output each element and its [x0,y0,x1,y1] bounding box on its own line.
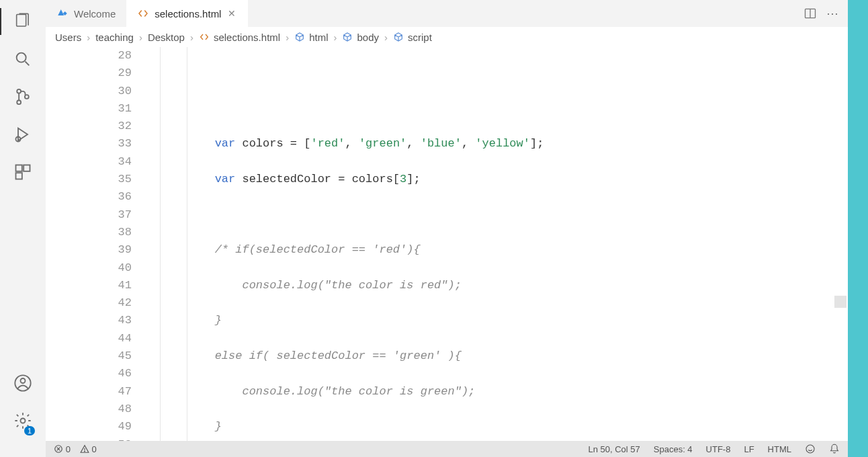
svg-point-21 [806,445,814,453]
status-language[interactable]: HTML [768,444,791,454]
settings-badge: 1 [24,426,35,435]
tab-label: Welcome [74,8,116,19]
close-icon[interactable]: ✕ [226,8,237,19]
status-encoding[interactable]: UTF-8 [706,444,731,454]
symbol-icon [342,32,353,42]
status-errors[interactable]: 0 [54,444,71,454]
html-file-icon [199,32,210,42]
line-number-gutter: 2829303132333435363738394041424344454647… [46,47,160,441]
svg-rect-0 [17,15,26,27]
split-editor-icon[interactable] [804,7,817,20]
activity-bar: 1 [0,0,46,457]
comment: /* if(selectedColor == 'red'){ [215,243,421,256]
code-content[interactable]: var colors = ['red', 'green', 'blue', 'y… [160,47,848,441]
status-warnings[interactable]: 0 [80,444,97,454]
svg-point-5 [25,95,29,99]
status-line-col[interactable]: Ln 50, Col 57 [588,444,640,454]
svg-point-1 [17,53,26,63]
breadcrumbs[interactable]: Users› teaching› Desktop› selections.htm… [46,27,848,47]
svg-point-20 [84,451,85,452]
crumb[interactable]: Desktop [148,32,185,43]
crumb[interactable]: teaching [95,32,134,43]
svg-point-13 [21,419,26,423]
chevron-right-icon: › [384,32,388,43]
code-editor[interactable]: 2829303132333435363738394041424344454647… [46,47,848,441]
tab-label: selections.html [155,8,221,19]
symbol-icon [294,32,305,42]
editor-main: Welcome selections.html ✕ ⋯ Users› teach… [46,0,848,457]
run-debug-icon[interactable] [7,116,39,153]
chevron-right-icon: › [139,32,142,43]
chevron-right-icon: › [286,32,289,43]
notifications-icon[interactable] [829,444,840,454]
html-file-icon [137,7,149,19]
source-control-icon[interactable] [7,78,39,116]
search-icon[interactable] [7,40,39,78]
accounts-icon[interactable] [7,364,39,402]
tab-welcome[interactable]: Welcome [46,0,126,27]
svg-point-3 [17,89,21,93]
extensions-icon[interactable] [7,153,39,191]
svg-rect-10 [16,173,22,179]
minimap-viewport[interactable] [834,296,847,308]
status-bar: 0 0 Ln 50, Col 57 Spaces: 4 UTF-8 LF HTM… [46,441,848,457]
settings-icon[interactable]: 1 [7,402,39,440]
crumb[interactable]: Users [55,32,81,43]
feedback-icon[interactable] [805,444,816,454]
crumb[interactable]: selections.html [199,32,280,43]
svg-marker-6 [18,128,28,141]
tab-bar: Welcome selections.html ✕ ⋯ [46,0,848,27]
crumb[interactable]: body [342,32,379,43]
svg-point-4 [17,100,21,104]
svg-rect-8 [16,165,22,171]
svg-line-2 [26,62,30,66]
status-indentation[interactable]: Spaces: 4 [654,444,693,454]
chevron-right-icon: › [333,32,337,43]
chevron-right-icon: › [87,32,90,43]
tab-selections[interactable]: selections.html ✕ [126,0,248,27]
status-eol[interactable]: LF [744,444,754,454]
more-actions-icon[interactable]: ⋯ [826,6,838,21]
scrollbar-vertical[interactable] [848,0,868,457]
chevron-right-icon: › [190,32,193,43]
svg-rect-9 [24,165,30,171]
symbol-icon [393,32,404,42]
explorer-icon[interactable] [7,3,39,40]
crumb[interactable]: script [393,32,432,43]
svg-point-12 [21,378,26,383]
crumb[interactable]: html [294,32,328,43]
